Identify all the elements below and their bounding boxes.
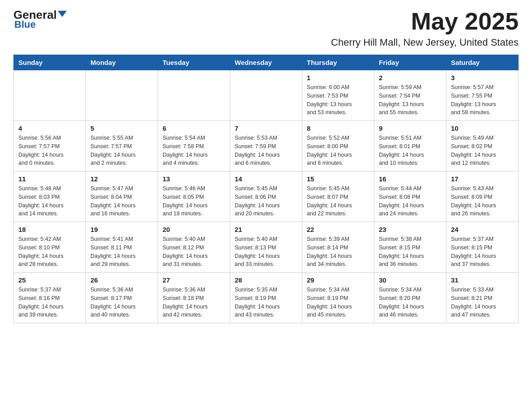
title-area: May 2025 [411, 9, 519, 33]
calendar-cell: 21Sunrise: 5:40 AM Sunset: 8:13 PM Dayli… [230, 222, 302, 273]
weekday-header-row: SundayMondayTuesdayWednesdayThursdayFrid… [14, 55, 519, 70]
day-number: 20 [163, 226, 225, 233]
calendar-cell: 15Sunrise: 5:45 AM Sunset: 8:07 PM Dayli… [302, 171, 374, 222]
day-number: 31 [451, 276, 514, 284]
day-info: Sunrise: 5:54 AM Sunset: 7:58 PM Dayligh… [163, 134, 225, 167]
calendar-cell: 20Sunrise: 5:40 AM Sunset: 8:12 PM Dayli… [158, 222, 230, 273]
calendar-cell: 8Sunrise: 5:52 AM Sunset: 8:00 PM Daylig… [302, 121, 374, 171]
calendar-cell: 11Sunrise: 5:48 AM Sunset: 8:03 PM Dayli… [14, 171, 86, 222]
day-number: 29 [307, 276, 369, 284]
calendar-cell: 12Sunrise: 5:47 AM Sunset: 8:04 PM Dayli… [86, 171, 158, 222]
day-number: 10 [451, 124, 514, 132]
calendar-cell: 22Sunrise: 5:39 AM Sunset: 8:14 PM Dayli… [302, 222, 374, 273]
calendar-cell: 18Sunrise: 5:42 AM Sunset: 8:10 PM Dayli… [14, 222, 86, 273]
weekday-header-wednesday: Wednesday [230, 55, 302, 70]
day-number: 9 [379, 124, 442, 132]
calendar-cell: 1Sunrise: 6:00 AM Sunset: 7:53 PM Daylig… [302, 70, 374, 121]
day-number: 25 [18, 276, 81, 284]
page-header: General Blue May 2025 [13, 9, 519, 33]
calendar-body: 1Sunrise: 6:00 AM Sunset: 7:53 PM Daylig… [14, 70, 519, 323]
day-info: Sunrise: 5:40 AM Sunset: 8:12 PM Dayligh… [163, 235, 225, 269]
calendar-week-row: 25Sunrise: 5:37 AM Sunset: 8:16 PM Dayli… [14, 273, 519, 323]
day-number: 26 [90, 276, 153, 284]
calendar-cell [86, 70, 158, 121]
day-info: Sunrise: 5:57 AM Sunset: 7:55 PM Dayligh… [451, 83, 514, 117]
day-info: Sunrise: 6:00 AM Sunset: 7:53 PM Dayligh… [307, 83, 369, 117]
day-number: 22 [307, 226, 369, 233]
calendar-cell: 25Sunrise: 5:37 AM Sunset: 8:16 PM Dayli… [14, 273, 86, 323]
calendar-cell: 23Sunrise: 5:38 AM Sunset: 8:15 PM Dayli… [374, 222, 446, 273]
calendar-cell: 27Sunrise: 5:36 AM Sunset: 8:18 PM Dayli… [158, 273, 230, 323]
day-number: 4 [18, 124, 81, 132]
calendar-table: SundayMondayTuesdayWednesdayThursdayFrid… [13, 55, 519, 323]
calendar-cell: 6Sunrise: 5:54 AM Sunset: 7:58 PM Daylig… [158, 121, 230, 171]
day-info: Sunrise: 5:38 AM Sunset: 8:15 PM Dayligh… [379, 235, 442, 269]
day-info: Sunrise: 5:41 AM Sunset: 8:11 PM Dayligh… [90, 235, 153, 269]
day-info: Sunrise: 5:47 AM Sunset: 8:04 PM Dayligh… [90, 184, 153, 218]
day-info: Sunrise: 5:42 AM Sunset: 8:10 PM Dayligh… [18, 235, 81, 269]
day-info: Sunrise: 5:43 AM Sunset: 8:09 PM Dayligh… [451, 184, 514, 218]
day-number: 17 [451, 175, 514, 183]
day-info: Sunrise: 5:46 AM Sunset: 8:05 PM Dayligh… [163, 184, 225, 218]
calendar-cell: 24Sunrise: 5:37 AM Sunset: 8:15 PM Dayli… [446, 222, 519, 273]
weekday-header-friday: Friday [374, 55, 446, 70]
day-number: 30 [379, 276, 442, 284]
day-info: Sunrise: 5:33 AM Sunset: 8:21 PM Dayligh… [451, 286, 514, 319]
day-number: 21 [235, 226, 297, 233]
day-number: 2 [379, 74, 442, 81]
calendar-cell: 14Sunrise: 5:45 AM Sunset: 8:06 PM Dayli… [230, 171, 302, 222]
calendar-cell: 29Sunrise: 5:34 AM Sunset: 8:19 PM Dayli… [302, 273, 374, 323]
weekday-header-thursday: Thursday [302, 55, 374, 70]
calendar-cell: 31Sunrise: 5:33 AM Sunset: 8:21 PM Dayli… [446, 273, 519, 323]
day-number: 27 [163, 276, 225, 284]
calendar-week-row: 18Sunrise: 5:42 AM Sunset: 8:10 PM Dayli… [14, 222, 519, 273]
calendar-cell: 16Sunrise: 5:44 AM Sunset: 8:08 PM Dayli… [374, 171, 446, 222]
day-info: Sunrise: 5:52 AM Sunset: 8:00 PM Dayligh… [307, 134, 369, 167]
calendar-cell: 10Sunrise: 5:49 AM Sunset: 8:02 PM Dayli… [446, 121, 519, 171]
day-number: 23 [379, 226, 442, 233]
day-info: Sunrise: 5:34 AM Sunset: 8:19 PM Dayligh… [307, 286, 369, 319]
day-info: Sunrise: 5:34 AM Sunset: 8:20 PM Dayligh… [379, 286, 442, 319]
calendar-cell: 3Sunrise: 5:57 AM Sunset: 7:55 PM Daylig… [446, 70, 519, 121]
calendar-cell [158, 70, 230, 121]
calendar-cell: 7Sunrise: 5:53 AM Sunset: 7:59 PM Daylig… [230, 121, 302, 171]
calendar-cell [230, 70, 302, 121]
calendar-cell: 9Sunrise: 5:51 AM Sunset: 8:01 PM Daylig… [374, 121, 446, 171]
day-number: 6 [163, 124, 225, 132]
weekday-header-monday: Monday [86, 55, 158, 70]
day-info: Sunrise: 5:36 AM Sunset: 8:17 PM Dayligh… [90, 286, 153, 319]
weekday-header-tuesday: Tuesday [158, 55, 230, 70]
calendar-cell: 28Sunrise: 5:35 AM Sunset: 8:19 PM Dayli… [230, 273, 302, 323]
day-number: 28 [235, 276, 297, 284]
weekday-header-sunday: Sunday [14, 55, 86, 70]
day-info: Sunrise: 5:51 AM Sunset: 8:01 PM Dayligh… [379, 134, 442, 167]
day-info: Sunrise: 5:39 AM Sunset: 8:14 PM Dayligh… [307, 235, 369, 269]
day-info: Sunrise: 5:56 AM Sunset: 7:57 PM Dayligh… [18, 134, 81, 167]
day-number: 11 [18, 175, 81, 183]
day-number: 16 [379, 175, 442, 183]
day-number: 1 [307, 74, 369, 81]
calendar-week-row: 4Sunrise: 5:56 AM Sunset: 7:57 PM Daylig… [14, 121, 519, 171]
day-number: 14 [235, 175, 297, 183]
day-number: 13 [163, 175, 225, 183]
day-info: Sunrise: 5:45 AM Sunset: 8:06 PM Dayligh… [235, 184, 297, 218]
calendar-cell [14, 70, 86, 121]
logo-triangle-icon [58, 11, 67, 17]
logo: General Blue [13, 9, 67, 30]
day-info: Sunrise: 5:37 AM Sunset: 8:15 PM Dayligh… [451, 235, 514, 269]
location-title: Cherry Hill Mall, New Jersey, United Sta… [13, 37, 519, 48]
day-info: Sunrise: 5:40 AM Sunset: 8:13 PM Dayligh… [235, 235, 297, 269]
day-info: Sunrise: 5:35 AM Sunset: 8:19 PM Dayligh… [235, 286, 297, 319]
calendar-week-row: 1Sunrise: 6:00 AM Sunset: 7:53 PM Daylig… [14, 70, 519, 121]
day-info: Sunrise: 5:36 AM Sunset: 8:18 PM Dayligh… [163, 286, 225, 319]
day-info: Sunrise: 5:37 AM Sunset: 8:16 PM Dayligh… [18, 286, 81, 319]
calendar-cell: 4Sunrise: 5:56 AM Sunset: 7:57 PM Daylig… [14, 121, 86, 171]
calendar-week-row: 11Sunrise: 5:48 AM Sunset: 8:03 PM Dayli… [14, 171, 519, 222]
calendar-header: SundayMondayTuesdayWednesdayThursdayFrid… [14, 55, 519, 70]
calendar-cell: 19Sunrise: 5:41 AM Sunset: 8:11 PM Dayli… [86, 222, 158, 273]
calendar-cell: 5Sunrise: 5:55 AM Sunset: 7:57 PM Daylig… [86, 121, 158, 171]
day-info: Sunrise: 5:55 AM Sunset: 7:57 PM Dayligh… [90, 134, 153, 167]
calendar-cell: 26Sunrise: 5:36 AM Sunset: 8:17 PM Dayli… [86, 273, 158, 323]
day-info: Sunrise: 5:53 AM Sunset: 7:59 PM Dayligh… [235, 134, 297, 167]
day-number: 15 [307, 175, 369, 183]
